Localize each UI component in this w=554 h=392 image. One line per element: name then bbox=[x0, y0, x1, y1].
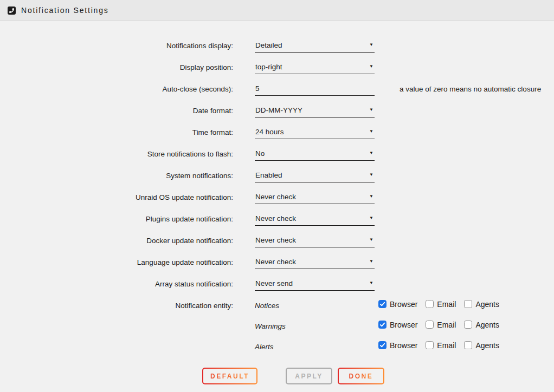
field-label bbox=[0, 336, 255, 357]
entity-checkbox-group: Browser Email Agents bbox=[378, 336, 499, 357]
store-to-flash-field: No ▼ bbox=[255, 147, 375, 161]
phone-square-icon bbox=[8, 6, 16, 15]
field-label: Docker update notification: bbox=[0, 230, 255, 252]
checkbox-icon bbox=[378, 341, 386, 349]
field-label: Display position: bbox=[0, 57, 255, 79]
notices-browser-checkbox[interactable]: Browser bbox=[378, 299, 417, 309]
language-update-field: Never check ▼ bbox=[255, 255, 375, 269]
checkbox-icon bbox=[426, 341, 434, 349]
checkbox-label: Email bbox=[437, 321, 456, 329]
settings-row: Unraid OS update notification: Never che… bbox=[0, 187, 554, 208]
settings-row: Language update notification: Never chec… bbox=[0, 252, 554, 273]
entity-row-alerts: Alerts Browser Email Agents bbox=[0, 336, 554, 357]
field-label: Language update notification: bbox=[0, 252, 255, 273]
checkbox-label: Email bbox=[437, 300, 456, 309]
plugins-update-notification-select[interactable]: Never check bbox=[255, 214, 375, 223]
checkbox-label: Agents bbox=[475, 341, 499, 350]
time-format-field: 24 hours ▼ bbox=[255, 125, 375, 139]
entity-checkbox-group: Browser Email Agents bbox=[378, 316, 499, 336]
alerts-email-checkbox[interactable]: Email bbox=[426, 341, 456, 350]
notifications-display-select[interactable]: Detailed bbox=[255, 41, 375, 49]
field-label: Array status notification: bbox=[0, 273, 255, 295]
settings-row: Plugins update notification: Never check… bbox=[0, 208, 554, 230]
language-update-notification-select[interactable]: Never check bbox=[255, 258, 375, 266]
display-position-field: top-right ▼ bbox=[255, 60, 375, 74]
docker-update-notification-select[interactable]: Never check bbox=[255, 236, 375, 244]
entity-checkbox-group: Browser Email Agents bbox=[378, 295, 499, 316]
field-label: Date format: bbox=[0, 100, 255, 122]
checkbox-icon bbox=[464, 300, 472, 308]
entity-name: Alerts bbox=[255, 336, 378, 357]
settings-row: Time format: 24 hours ▼ bbox=[0, 122, 554, 143]
date-format-field: DD-MM-YYYY ▼ bbox=[255, 103, 375, 117]
done-button[interactable]: DONE bbox=[338, 368, 384, 384]
entity-name: Notices bbox=[255, 295, 378, 316]
field-label bbox=[0, 316, 255, 336]
settings-form: Notifications display: Detailed ▼ Displa… bbox=[0, 21, 554, 384]
field-label: Notification entity: bbox=[0, 295, 255, 316]
default-button[interactable]: DEFAULT bbox=[202, 368, 257, 384]
checkbox-icon bbox=[464, 341, 472, 349]
field-label: Notifications display: bbox=[0, 35, 255, 57]
os-update-notification-select[interactable]: Never check bbox=[255, 193, 375, 201]
apply-button[interactable]: APPLY bbox=[286, 368, 332, 384]
field-label: Store notifications to flash: bbox=[0, 143, 255, 165]
alerts-browser-checkbox[interactable]: Browser bbox=[378, 341, 417, 350]
store-to-flash-select[interactable]: No bbox=[255, 149, 375, 158]
page-title: Notification Settings bbox=[21, 6, 109, 15]
settings-row: Auto-close (seconds): a value of zero me… bbox=[0, 79, 554, 100]
checkbox-label: Agents bbox=[475, 321, 499, 329]
checkbox-icon bbox=[426, 300, 434, 308]
array-status-notification-select[interactable]: Never send bbox=[255, 279, 375, 288]
page-header: Notification Settings bbox=[0, 0, 554, 21]
settings-row: Array status notification: Never send ▼ bbox=[0, 273, 554, 295]
action-buttons: DEFAULT APPLY DONE bbox=[202, 368, 554, 384]
field-label: Auto-close (seconds): bbox=[0, 79, 255, 100]
notifications-display-field: Detailed ▼ bbox=[255, 38, 375, 53]
settings-row: Docker update notification: Never check … bbox=[0, 230, 554, 252]
auto-close-field bbox=[255, 82, 375, 96]
settings-row: Date format: DD-MM-YYYY ▼ bbox=[0, 100, 554, 122]
checkbox-icon bbox=[426, 321, 434, 329]
checkbox-label: Agents bbox=[475, 300, 499, 309]
auto-close-input[interactable] bbox=[255, 84, 375, 93]
settings-row: Store notifications to flash: No ▼ bbox=[0, 143, 554, 165]
field-label: Unraid OS update notification: bbox=[0, 187, 255, 208]
auto-close-help-text: a value of zero means no automatic closu… bbox=[400, 79, 541, 100]
checkbox-icon bbox=[464, 321, 472, 329]
checkbox-label: Browser bbox=[390, 321, 417, 329]
notices-agents-checkbox[interactable]: Agents bbox=[464, 299, 499, 309]
settings-row: Notifications display: Detailed ▼ bbox=[0, 35, 554, 57]
warnings-browser-checkbox[interactable]: Browser bbox=[378, 320, 417, 329]
checkbox-label: Browser bbox=[390, 300, 417, 309]
entity-row-notices: Notification entity: Notices Browser Ema… bbox=[0, 295, 554, 316]
plugins-update-field: Never check ▼ bbox=[255, 212, 375, 226]
checkbox-icon bbox=[378, 321, 386, 329]
checkbox-label: Email bbox=[437, 341, 456, 350]
docker-update-field: Never check ▼ bbox=[255, 233, 375, 247]
checkbox-icon bbox=[378, 300, 386, 308]
alerts-agents-checkbox[interactable]: Agents bbox=[464, 341, 499, 350]
checkbox-label: Browser bbox=[390, 341, 417, 350]
field-label: Time format: bbox=[0, 122, 255, 143]
settings-row: System notifications: Enabled ▼ bbox=[0, 165, 554, 187]
date-format-select[interactable]: DD-MM-YYYY bbox=[255, 106, 375, 114]
array-status-field: Never send ▼ bbox=[255, 277, 375, 291]
field-label: Plugins update notification: bbox=[0, 208, 255, 230]
notices-email-checkbox[interactable]: Email bbox=[426, 299, 456, 309]
system-notifications-select[interactable]: Enabled bbox=[255, 171, 375, 179]
field-label: System notifications: bbox=[0, 165, 255, 187]
os-update-field: Never check ▼ bbox=[255, 190, 375, 204]
entity-name: Warnings bbox=[255, 316, 378, 336]
warnings-agents-checkbox[interactable]: Agents bbox=[464, 320, 499, 329]
display-position-select[interactable]: top-right bbox=[255, 63, 375, 71]
entity-row-warnings: Warnings Browser Email Agents bbox=[0, 316, 554, 336]
warnings-email-checkbox[interactable]: Email bbox=[426, 320, 456, 329]
settings-row: Display position: top-right ▼ bbox=[0, 57, 554, 79]
time-format-select[interactable]: 24 hours bbox=[255, 128, 375, 136]
system-notifications-field: Enabled ▼ bbox=[255, 168, 375, 182]
